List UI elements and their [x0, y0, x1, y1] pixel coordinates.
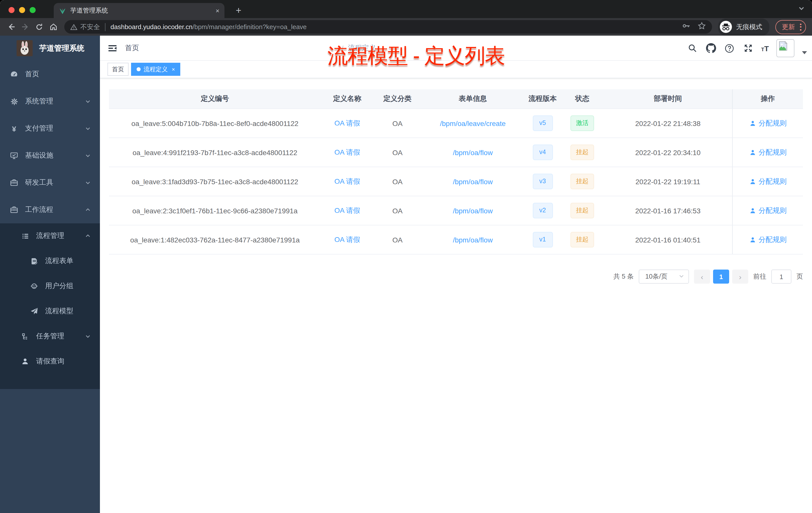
toolbox-icon: [10, 206, 18, 214]
avatar-dropdown-caret-icon[interactable]: [802, 51, 807, 54]
tag-process-definition[interactable]: 流程定义 ×: [131, 63, 180, 76]
deploy-time: 2022-01-16 01:40:51: [604, 225, 732, 254]
github-icon[interactable]: [705, 43, 716, 54]
breadcrumb-current: 流程定义: [348, 43, 401, 53]
definition-table: 定义编号 定义名称 定义分类 表单信息 流程版本 状态 部署时间 操作 oa_l…: [109, 89, 803, 254]
sidebar-item-home[interactable]: 首页: [0, 61, 100, 88]
url-text[interactable]: dashboard.yudao.iocoder.cn/bpm/manager/d…: [111, 23, 677, 31]
assign-rule-link[interactable]: 分配规则: [749, 119, 787, 128]
avatar[interactable]: [776, 39, 794, 57]
deploy-time: 2022-01-22 21:48:38: [604, 109, 732, 138]
sidebar-item-devtools[interactable]: 研发工具: [0, 169, 100, 196]
new-tab-button[interactable]: +: [232, 4, 245, 17]
sidebar-logo[interactable]: 芋道管理系统: [0, 36, 100, 61]
breadcrumb-separator: /: [342, 44, 344, 52]
tag-close-icon[interactable]: ×: [172, 66, 175, 72]
sidebar-item-task-mgmt[interactable]: 任务管理: [0, 324, 100, 349]
chevron-down-icon: [85, 180, 91, 186]
browser-menu-icon[interactable]: [800, 23, 802, 30]
form-link[interactable]: /bpm/oa/leave/create: [440, 119, 506, 127]
goto-label: 前往: [753, 272, 766, 281]
url-path: /bpm/manager/definition?key=oa_leave: [193, 23, 307, 31]
person-icon: [749, 236, 756, 243]
sidebar-item-infra[interactable]: 基础设施: [0, 142, 100, 169]
document-edit-icon: [30, 257, 38, 265]
chevron-up-icon: [85, 207, 91, 213]
broken-image-icon: [778, 41, 788, 51]
sidebar-collapse-button[interactable]: [100, 43, 125, 53]
pagination: 共 5 条 10条/页 ‹ 1 › 前往 页: [109, 270, 803, 283]
definition-id: oa_leave:1:482ec033-762a-11ec-8477-a2380…: [109, 225, 321, 254]
assign-rule-label: 分配规则: [758, 148, 787, 157]
sidebar-item-process-model[interactable]: 流程模型: [0, 299, 100, 324]
url-bar[interactable]: 不安全 dashboard.yudao.iocoder.cn/bpm/manag…: [64, 20, 712, 34]
form-link[interactable]: /bpm/oa/flow: [453, 148, 493, 156]
assign-rule-link[interactable]: 分配规则: [749, 177, 787, 186]
browser-tab[interactable]: 芋道管理系统 ×: [54, 3, 225, 18]
page-number-button[interactable]: 1: [713, 270, 729, 283]
prev-page-button[interactable]: ‹: [694, 270, 710, 283]
status-badge: 挂起: [571, 174, 594, 189]
zoom-window-button[interactable]: [30, 7, 36, 13]
sidebar-item-process-form[interactable]: 流程表单: [0, 248, 100, 274]
next-page-button[interactable]: ›: [732, 270, 748, 283]
bookmark-star-icon[interactable]: [697, 22, 706, 32]
form-link[interactable]: /bpm/oa/flow: [453, 236, 493, 244]
sidebar-item-leave-query[interactable]: 请假查询: [0, 349, 100, 374]
goto-page-input[interactable]: [771, 270, 791, 283]
sidebar-item-system[interactable]: 系统管理: [0, 88, 100, 115]
form-link[interactable]: /bpm/oa/flow: [453, 207, 493, 215]
reload-button[interactable]: [32, 20, 46, 34]
breadcrumb-home[interactable]: 首页: [125, 43, 337, 53]
incognito-icon: [720, 21, 732, 33]
saved-password-key-icon[interactable]: [682, 22, 691, 32]
deploy-time: 2022-01-22 19:19:11: [604, 167, 732, 196]
goto-unit: 页: [796, 272, 803, 281]
page-size-value: 10条/页: [645, 272, 667, 281]
assign-rule-link[interactable]: 分配规则: [749, 235, 787, 244]
help-question-icon[interactable]: [724, 43, 735, 54]
tab-search-chevron-icon[interactable]: [798, 5, 805, 14]
close-window-button[interactable]: [8, 7, 14, 13]
sidebar-item-workflow[interactable]: 工作流程: [0, 196, 100, 223]
sidebar-item-label: 研发工具: [25, 178, 53, 187]
chevron-down-icon: [85, 125, 91, 131]
chevron-down-icon: [85, 98, 91, 104]
font-size-icon[interactable]: TT: [761, 44, 769, 53]
person-icon: [749, 149, 756, 156]
chrome-update-button[interactable]: 更新: [775, 20, 806, 34]
robot-face-icon: [30, 282, 38, 290]
definition-name-link[interactable]: OA 请假: [335, 206, 360, 215]
tag-home[interactable]: 首页: [108, 63, 128, 76]
definition-name-link[interactable]: OA 请假: [335, 177, 360, 186]
definition-name-link[interactable]: OA 请假: [335, 119, 360, 128]
sidebar-item-process-mgmt[interactable]: 流程管理: [0, 223, 100, 248]
search-icon[interactable]: [687, 43, 698, 54]
sidebar-item-label: 任务管理: [36, 332, 64, 341]
sidebar-item-user-group[interactable]: 用户分组: [0, 274, 100, 299]
definition-name-link[interactable]: OA 请假: [335, 235, 360, 244]
assign-rule-label: 分配规则: [758, 177, 787, 186]
definition-id: oa_leave:4:991f2193-7b7f-11ec-a3c8-acde4…: [109, 138, 321, 167]
forward-button[interactable]: [18, 20, 32, 34]
form-link[interactable]: /bpm/oa/flow: [453, 177, 493, 185]
page-size-select[interactable]: 10条/页: [639, 270, 689, 283]
assign-rule-link[interactable]: 分配规则: [749, 206, 787, 215]
sidebar-item-payment[interactable]: ¥ 支付管理: [0, 115, 100, 142]
definition-category: OA: [374, 225, 421, 254]
monitor-icon: [10, 152, 18, 160]
tab-close-icon[interactable]: ×: [216, 7, 220, 14]
person-icon: [749, 207, 756, 214]
list-tree-icon: [21, 232, 29, 240]
home-button[interactable]: [46, 20, 60, 34]
back-button[interactable]: [4, 20, 18, 34]
pagination-total: 共 5 条: [613, 272, 634, 281]
not-secure-label[interactable]: 不安全: [80, 22, 100, 31]
assign-rule-label: 分配规则: [758, 119, 787, 128]
fullscreen-icon[interactable]: [743, 43, 754, 54]
definition-id: oa_leave:2:3c1f0ef1-76b1-11ec-9c66-a2380…: [109, 196, 321, 225]
definition-name-link[interactable]: OA 请假: [335, 148, 360, 157]
assign-rule-link[interactable]: 分配规则: [749, 148, 787, 157]
table-row: oa_leave:1:482ec033-762a-11ec-8477-a2380…: [109, 225, 803, 254]
minimize-window-button[interactable]: [19, 7, 25, 13]
